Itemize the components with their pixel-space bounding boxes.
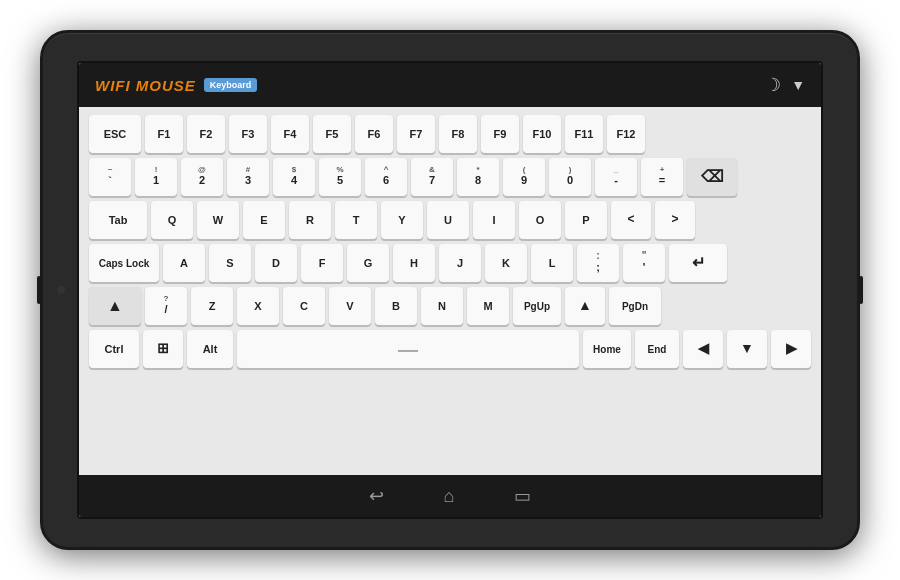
key-bracket-open[interactable]: <: [611, 201, 651, 239]
key-f10[interactable]: F10: [523, 115, 561, 153]
qwerty-row: Tab Q W E R T Y U I O P < >: [89, 201, 811, 239]
key-a[interactable]: A: [163, 244, 205, 282]
key-v[interactable]: V: [329, 287, 371, 325]
key-w[interactable]: W: [197, 201, 239, 239]
key-1[interactable]: !1: [135, 158, 177, 196]
key-d[interactable]: D: [255, 244, 297, 282]
key-semicolon[interactable]: :;: [577, 244, 619, 282]
key-b[interactable]: B: [375, 287, 417, 325]
key-f5[interactable]: F5: [313, 115, 351, 153]
key-space[interactable]: —: [237, 330, 579, 368]
key-o[interactable]: O: [519, 201, 561, 239]
key-z[interactable]: Z: [191, 287, 233, 325]
camera: [57, 286, 65, 294]
key-q[interactable]: Q: [151, 201, 193, 239]
key-slash[interactable]: ?/: [145, 287, 187, 325]
number-row: ~` !1 @2 #3 $4 %5 ^6: [89, 158, 811, 196]
key-8[interactable]: *8: [457, 158, 499, 196]
key-m[interactable]: M: [467, 287, 509, 325]
key-quote[interactable]: "': [623, 244, 665, 282]
key-down[interactable]: ▼: [727, 330, 767, 368]
key-c[interactable]: C: [283, 287, 325, 325]
key-l[interactable]: L: [531, 244, 573, 282]
key-f9[interactable]: F9: [481, 115, 519, 153]
key-end[interactable]: End: [635, 330, 679, 368]
key-shift-left[interactable]: ▲: [89, 287, 141, 325]
app-title: WIFI MOUSE: [95, 77, 196, 94]
key-backtick[interactable]: ~`: [89, 158, 131, 196]
home-icon[interactable]: ⌂: [444, 486, 455, 507]
key-u[interactable]: U: [427, 201, 469, 239]
key-win[interactable]: ⊞: [143, 330, 183, 368]
key-6[interactable]: ^6: [365, 158, 407, 196]
key-f2[interactable]: F2: [187, 115, 225, 153]
key-j[interactable]: J: [439, 244, 481, 282]
key-caps-lock[interactable]: Caps Lock: [89, 244, 159, 282]
key-up[interactable]: ▲: [565, 287, 605, 325]
key-equals[interactable]: +=: [641, 158, 683, 196]
key-tab[interactable]: Tab: [89, 201, 147, 239]
key-left[interactable]: ◀: [683, 330, 723, 368]
key-h[interactable]: H: [393, 244, 435, 282]
zxcv-row: ▲ ?/ Z X C V B N M PgUp ▲ PgDn: [89, 287, 811, 325]
key-g[interactable]: G: [347, 244, 389, 282]
key-4[interactable]: $4: [273, 158, 315, 196]
key-0[interactable]: )0: [549, 158, 591, 196]
key-f7[interactable]: F7: [397, 115, 435, 153]
key-9[interactable]: (9: [503, 158, 545, 196]
key-x[interactable]: X: [237, 287, 279, 325]
key-t[interactable]: T: [335, 201, 377, 239]
function-key-row: ESC F1 F2 F3 F4 F5 F6 F7 F8 F9 F10 F11 F…: [89, 115, 811, 153]
key-esc[interactable]: ESC: [89, 115, 141, 153]
key-alt[interactable]: Alt: [187, 330, 233, 368]
key-f11[interactable]: F11: [565, 115, 603, 153]
key-k[interactable]: K: [485, 244, 527, 282]
dropdown-icon[interactable]: ▼: [791, 77, 805, 93]
key-f[interactable]: F: [301, 244, 343, 282]
key-5[interactable]: %5: [319, 158, 361, 196]
key-enter[interactable]: ↵: [669, 244, 727, 282]
key-backspace[interactable]: ⌫: [687, 158, 737, 196]
key-n[interactable]: N: [421, 287, 463, 325]
key-s[interactable]: S: [209, 244, 251, 282]
key-f6[interactable]: F6: [355, 115, 393, 153]
key-f12[interactable]: F12: [607, 115, 645, 153]
key-pgdn[interactable]: PgDn: [609, 287, 661, 325]
key-bracket-close[interactable]: >: [655, 201, 695, 239]
key-2[interactable]: @2: [181, 158, 223, 196]
key-f3[interactable]: F3: [229, 115, 267, 153]
tablet-shell: WIFI MOUSE Keyboard ☽ ▼ ESC F1 F2 F3 F4 …: [40, 30, 860, 550]
screen: WIFI MOUSE Keyboard ☽ ▼ ESC F1 F2 F3 F4 …: [77, 61, 823, 519]
key-f4[interactable]: F4: [271, 115, 309, 153]
asdf-row: Caps Lock A S D F G H J K L :; "' ↵: [89, 244, 811, 282]
top-bar-right: ☽ ▼: [765, 74, 805, 96]
keyboard-badge: Keyboard: [204, 78, 258, 92]
power-button: [859, 276, 863, 304]
key-f8[interactable]: F8: [439, 115, 477, 153]
back-icon[interactable]: ↩: [369, 485, 384, 507]
key-3[interactable]: #3: [227, 158, 269, 196]
key-minus[interactable]: _-: [595, 158, 637, 196]
nav-bar: ↩ ⌂ ▭: [79, 475, 821, 517]
key-pgup[interactable]: PgUp: [513, 287, 561, 325]
key-y[interactable]: Y: [381, 201, 423, 239]
key-e[interactable]: E: [243, 201, 285, 239]
moon-icon[interactable]: ☽: [765, 74, 781, 96]
key-f1[interactable]: F1: [145, 115, 183, 153]
key-right[interactable]: ▶: [771, 330, 811, 368]
key-home[interactable]: Home: [583, 330, 631, 368]
bottom-row: Ctrl ⊞ Alt — Home End ◀ ▼ ▶: [89, 330, 811, 368]
volume-button: [37, 276, 41, 304]
key-7[interactable]: &7: [411, 158, 453, 196]
key-p[interactable]: P: [565, 201, 607, 239]
recents-icon[interactable]: ▭: [514, 485, 531, 507]
key-ctrl[interactable]: Ctrl: [89, 330, 139, 368]
key-r[interactable]: R: [289, 201, 331, 239]
top-bar: WIFI MOUSE Keyboard ☽ ▼: [79, 63, 821, 107]
key-i[interactable]: I: [473, 201, 515, 239]
keyboard-area: ESC F1 F2 F3 F4 F5 F6 F7 F8 F9 F10 F11 F…: [79, 107, 821, 475]
